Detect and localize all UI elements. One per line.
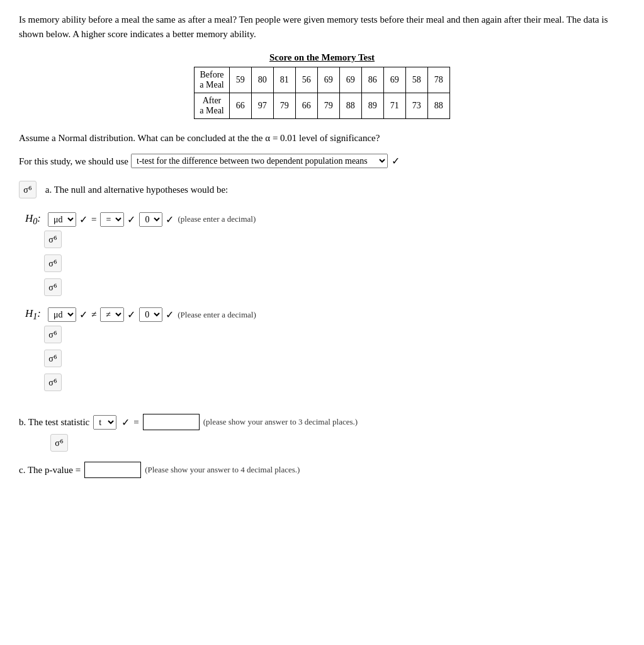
section-c-label: c. The p-value = — [19, 465, 81, 476]
h0-var-checkmark[interactable]: ✓ — [79, 214, 88, 225]
omega-icon-h1-2[interactable]: σ⁶ — [44, 350, 62, 367]
h0-operator-dropdown[interactable]: =≠<>≤≥ — [100, 212, 124, 227]
before-val-8: 69 — [383, 67, 405, 93]
after-val-3: 79 — [273, 93, 295, 119]
section-a-label: a. The null and alternative hypotheses w… — [45, 185, 228, 195]
h1-omega-stack: σ⁶ σ⁶ σ⁶ — [44, 326, 625, 395]
h1-op-checkmark[interactable]: ✓ — [127, 309, 135, 321]
before-val-2: 80 — [251, 67, 273, 93]
h1-var-checkmark[interactable]: ✓ — [79, 309, 88, 321]
h0-row: H0: μdμ1μ2 ✓ = =≠<>≤≥ ✓ 0 ✓ (please ente… — [25, 212, 625, 227]
h0-operator-group: =≠<>≤≥ ✓ — [100, 212, 135, 227]
section-c-hint: (Please show your answer to 4 decimal pl… — [145, 465, 300, 475]
h0-val-checkmark[interactable]: ✓ — [166, 214, 174, 225]
omega-icon-h0-3[interactable]: σ⁶ — [44, 278, 62, 296]
h0-omega-stack: σ⁶ σ⁶ σ⁶ — [44, 231, 625, 300]
omega-icon-h0-1[interactable]: σ⁶ — [44, 231, 62, 248]
section-b-label: b. The test statistic — [19, 417, 89, 428]
study-test-dropdown[interactable]: t-test for the difference between two de… — [131, 154, 388, 168]
h1-row: H1: μdμ1μ2 ✓ ≠ ≠=<>≤≥ ✓ 0 ✓ (Please ente… — [25, 307, 625, 322]
before-val-5: 69 — [317, 67, 339, 93]
after-val-7: 89 — [361, 93, 383, 119]
section-c: c. The p-value = (Please show your answe… — [19, 462, 625, 478]
h0-hint: (please enter a decimal) — [178, 214, 256, 224]
data-table: Beforea Meal 59 80 81 56 69 69 86 69 58 … — [194, 67, 449, 119]
section-b-stat-dropdown[interactable]: tz — [93, 415, 116, 430]
h0-equals-label: = — [91, 214, 96, 225]
table-title: Score on the Memory Test — [269, 52, 375, 63]
h0-variable-dropdown[interactable]: μdμ1μ2 — [48, 212, 76, 227]
assumption-text: Assume a Normal distribution. What can b… — [19, 130, 625, 146]
before-meal-label: Beforea Meal — [195, 67, 229, 93]
h1-value-group: 0 ✓ — [139, 307, 174, 322]
h0-op-checkmark[interactable]: ✓ — [127, 214, 135, 225]
before-val-10: 78 — [427, 67, 449, 93]
section-b-hint: (please show your answer to 3 decimal pl… — [203, 417, 358, 427]
after-val-9: 73 — [405, 93, 427, 119]
section-b: b. The test statistic tz ✓ = (please sho… — [19, 414, 625, 430]
before-val-1: 59 — [229, 67, 251, 93]
omega-icon-h0-2[interactable]: σ⁶ — [44, 254, 62, 272]
before-val-9: 58 — [405, 67, 427, 93]
after-val-6: 88 — [339, 93, 361, 119]
study-checkmark[interactable]: ✓ — [392, 153, 400, 169]
h1-subscript: 1 — [33, 311, 37, 321]
h0-value-dropdown[interactable]: 0 — [139, 212, 162, 227]
after-val-4: 66 — [295, 93, 317, 119]
h0-value-group: 0 ✓ — [139, 212, 174, 227]
section-b-equals: = — [133, 417, 138, 428]
h1-operator-group: ≠=<>≤≥ ✓ — [100, 307, 135, 322]
section-c-input[interactable] — [84, 462, 141, 478]
omega-icon-h1-3[interactable]: σ⁶ — [44, 374, 62, 391]
omega-icon-h1-1[interactable]: σ⁶ — [44, 326, 62, 343]
h1-label: H1: — [25, 307, 44, 322]
intro-text: Is memory ability before a meal the same… — [19, 13, 625, 41]
h0-subscript: 0 — [33, 216, 37, 226]
before-val-7: 86 — [361, 67, 383, 93]
h1-hint: (Please enter a decimal) — [178, 310, 256, 320]
after-val-8: 71 — [383, 93, 405, 119]
table-section: Score on the Memory Test Beforea Meal 59… — [19, 52, 625, 119]
after-val-2: 97 — [251, 93, 273, 119]
before-val-6: 69 — [339, 67, 361, 93]
section-b-input[interactable] — [143, 414, 200, 430]
h1-dropdown1-group: μdμ1μ2 ✓ — [48, 307, 88, 322]
before-val-3: 81 — [273, 67, 295, 93]
h0-label: H0: — [25, 212, 44, 227]
table-row-after: Aftera Meal 66 97 79 66 79 88 89 71 73 8… — [195, 93, 449, 119]
h1-value-dropdown[interactable]: 0 — [139, 307, 162, 322]
h1-variable-dropdown[interactable]: μdμ1μ2 — [48, 307, 76, 322]
h1-val-checkmark[interactable]: ✓ — [166, 309, 174, 321]
table-row-before: Beforea Meal 59 80 81 56 69 69 86 69 58 … — [195, 67, 449, 93]
h0-dropdown1-group: μdμ1μ2 ✓ — [48, 212, 88, 227]
section-b-checkmark[interactable]: ✓ — [121, 416, 130, 428]
after-meal-label: Aftera Meal — [195, 93, 229, 119]
study-row: For this study, we should use t-test for… — [19, 153, 625, 169]
after-val-5: 79 — [317, 93, 339, 119]
h1-neq-label: ≠ — [91, 309, 96, 320]
before-val-4: 56 — [295, 67, 317, 93]
h1-operator-dropdown[interactable]: ≠=<>≤≥ — [100, 307, 124, 322]
after-val-1: 66 — [229, 93, 251, 119]
section-a: σ⁶ a. The null and alternative hypothese… — [19, 181, 625, 202]
omega-icon-b[interactable]: σ⁶ — [50, 434, 68, 452]
after-val-10: 88 — [427, 93, 449, 119]
omega-icon-a[interactable]: σ⁶ — [19, 181, 37, 198]
study-prefix: For this study, we should use — [19, 154, 128, 169]
